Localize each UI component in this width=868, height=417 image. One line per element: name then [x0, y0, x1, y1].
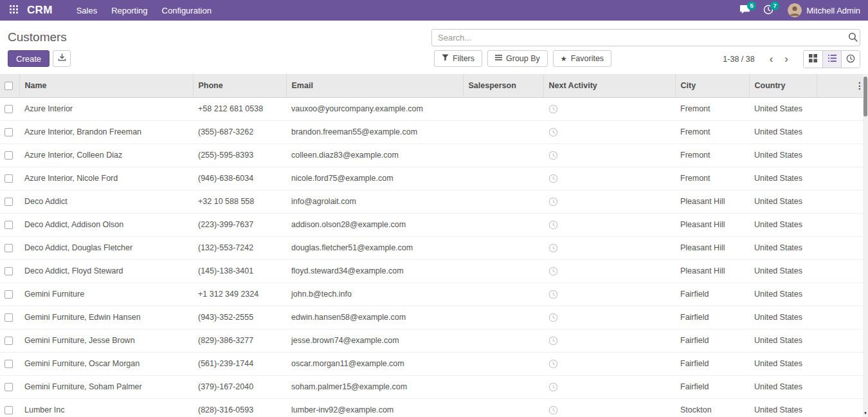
- cell-name[interactable]: Deco Addict, Addison Olson: [19, 213, 193, 236]
- row-checkbox[interactable]: [5, 174, 13, 183]
- cell-salesperson[interactable]: [463, 375, 543, 398]
- cell-email[interactable]: floyd.steward34@example.com: [286, 259, 463, 283]
- row-checkbox[interactable]: [5, 337, 13, 345]
- cell-city[interactable]: Fremont: [675, 120, 749, 144]
- cell-phone[interactable]: (943)-352-2555: [193, 306, 286, 329]
- activity-clock-icon[interactable]: [548, 196, 558, 205]
- column-header-country[interactable]: Country: [749, 74, 817, 97]
- row-checkbox[interactable]: [5, 244, 13, 252]
- cell-city[interactable]: Stockton: [675, 398, 749, 417]
- cell-email[interactable]: brandon.freeman55@example.com: [286, 120, 463, 144]
- cell-country[interactable]: United States: [749, 329, 817, 352]
- table-row[interactable]: Gemini Furniture, Jesse Brown (829)-386-…: [0, 329, 863, 352]
- activity-clock-icon[interactable]: [548, 289, 558, 298]
- cell-next-activity[interactable]: [543, 398, 675, 417]
- activities-button[interactable]: 7: [757, 0, 780, 21]
- search-icon[interactable]: [848, 32, 858, 44]
- row-checkbox[interactable]: [5, 360, 13, 368]
- app-title[interactable]: CRM: [27, 4, 53, 17]
- cell-city[interactable]: Fairfield: [675, 375, 749, 398]
- user-menu[interactable]: Mitchell Admin: [780, 3, 863, 17]
- activity-clock-icon[interactable]: [548, 335, 558, 344]
- row-checkbox[interactable]: [5, 151, 13, 160]
- export-button[interactable]: [53, 50, 71, 67]
- cell-name[interactable]: Gemini Furniture, Soham Palmer: [19, 375, 193, 398]
- cell-next-activity[interactable]: [543, 97, 675, 120]
- cell-salesperson[interactable]: [463, 120, 543, 144]
- cell-city[interactable]: Fairfield: [675, 306, 749, 329]
- cell-next-activity[interactable]: [543, 190, 675, 213]
- activity-clock-icon[interactable]: [548, 173, 558, 182]
- cell-email[interactable]: lumber-inv92@example.com: [286, 398, 463, 417]
- table-row[interactable]: Azure Interior, Colleen Diaz (255)-595-8…: [0, 144, 863, 167]
- cell-country[interactable]: United States: [749, 167, 817, 190]
- table-row[interactable]: Gemini Furniture, Edwin Hansen (943)-352…: [0, 306, 863, 329]
- cell-salesperson[interactable]: [463, 97, 543, 120]
- column-header-city[interactable]: City: [675, 74, 749, 97]
- cell-salesperson[interactable]: [463, 236, 543, 259]
- cell-name[interactable]: Azure Interior, Colleen Diaz: [19, 144, 193, 167]
- cell-next-activity[interactable]: [543, 375, 675, 398]
- messages-button[interactable]: 5: [733, 0, 757, 21]
- cell-city[interactable]: Fremont: [675, 167, 749, 190]
- activity-clock-icon[interactable]: [548, 358, 558, 367]
- activity-clock-icon[interactable]: [548, 266, 558, 275]
- select-all-checkbox[interactable]: [5, 82, 13, 90]
- column-header-phone[interactable]: Phone: [193, 74, 286, 97]
- cell-city[interactable]: Fairfield: [675, 329, 749, 352]
- row-checkbox[interactable]: [5, 221, 13, 229]
- cell-salesperson[interactable]: [463, 398, 543, 417]
- search-input[interactable]: [431, 29, 860, 46]
- table-row[interactable]: Gemini Furniture, Soham Palmer (379)-167…: [0, 375, 863, 398]
- table-row[interactable]: Lumber Inc (828)-316-0593 lumber-inv92@e…: [0, 398, 863, 417]
- cell-email[interactable]: edwin.hansen58@example.com: [286, 306, 463, 329]
- cell-phone[interactable]: (145)-138-3401: [193, 259, 286, 283]
- favorites-button[interactable]: ★ Favorites: [553, 50, 611, 67]
- column-header-email[interactable]: Email: [286, 74, 463, 97]
- cell-phone[interactable]: (828)-316-0593: [193, 398, 286, 417]
- cell-phone[interactable]: (132)-553-7242: [193, 236, 286, 259]
- cell-country[interactable]: United States: [749, 144, 817, 167]
- cell-email[interactable]: soham.palmer15@example.com: [286, 375, 463, 398]
- row-checkbox[interactable]: [5, 313, 13, 322]
- apps-menu-button[interactable]: [5, 0, 22, 21]
- cell-next-activity[interactable]: [543, 352, 675, 375]
- cell-salesperson[interactable]: [463, 190, 543, 213]
- column-header-next-activity[interactable]: Next Activity: [543, 74, 675, 97]
- cell-name[interactable]: Gemini Furniture, Jesse Brown: [19, 329, 193, 352]
- activity-view-button[interactable]: [841, 51, 860, 68]
- cell-next-activity[interactable]: [543, 120, 675, 144]
- cell-country[interactable]: United States: [749, 283, 817, 306]
- cell-country[interactable]: United States: [749, 352, 817, 375]
- cell-city[interactable]: Pleasant Hill: [675, 190, 749, 213]
- table-row[interactable]: Deco Addict, Floyd Steward (145)-138-340…: [0, 259, 863, 283]
- kanban-view-button[interactable]: [804, 51, 822, 68]
- column-header-salesperson[interactable]: Salesperson: [463, 74, 543, 97]
- pager-range[interactable]: 1-38 / 38: [723, 55, 754, 64]
- activity-clock-icon[interactable]: [548, 127, 558, 136]
- row-checkbox[interactable]: [5, 128, 13, 136]
- cell-salesperson[interactable]: [463, 352, 543, 375]
- cell-email[interactable]: info@agrolait.com: [286, 190, 463, 213]
- scrollbar-thumb[interactable]: [863, 77, 867, 116]
- cell-city[interactable]: Fremont: [675, 97, 749, 120]
- menu-sales[interactable]: Sales: [69, 0, 105, 21]
- cell-country[interactable]: United States: [749, 213, 817, 236]
- cell-phone[interactable]: +32 10 588 558: [193, 190, 286, 213]
- optional-columns-button[interactable]: ⋮: [855, 80, 858, 91]
- cell-country[interactable]: United States: [749, 398, 817, 417]
- cell-name[interactable]: Azure Interior: [19, 97, 193, 120]
- cell-country[interactable]: United States: [749, 190, 817, 213]
- cell-email[interactable]: douglas.fletcher51@example.com: [286, 236, 463, 259]
- table-row[interactable]: Deco Addict, Addison Olson (223)-399-763…: [0, 213, 863, 236]
- cell-name[interactable]: Azure Interior, Nicole Ford: [19, 167, 193, 190]
- cell-phone[interactable]: (946)-638-6034: [193, 167, 286, 190]
- cell-salesperson[interactable]: [463, 329, 543, 352]
- cell-name[interactable]: Gemini Furniture, Oscar Morgan: [19, 352, 193, 375]
- table-row[interactable]: Gemini Furniture, Oscar Morgan (561)-239…: [0, 352, 863, 375]
- pager-next-button[interactable]: ›: [779, 51, 794, 67]
- cell-email[interactable]: jesse.brown74@example.com: [286, 329, 463, 352]
- cell-phone[interactable]: (355)-687-3262: [193, 120, 286, 144]
- table-row[interactable]: Deco Addict, Douglas Fletcher (132)-553-…: [0, 236, 863, 259]
- menu-reporting[interactable]: Reporting: [104, 0, 154, 21]
